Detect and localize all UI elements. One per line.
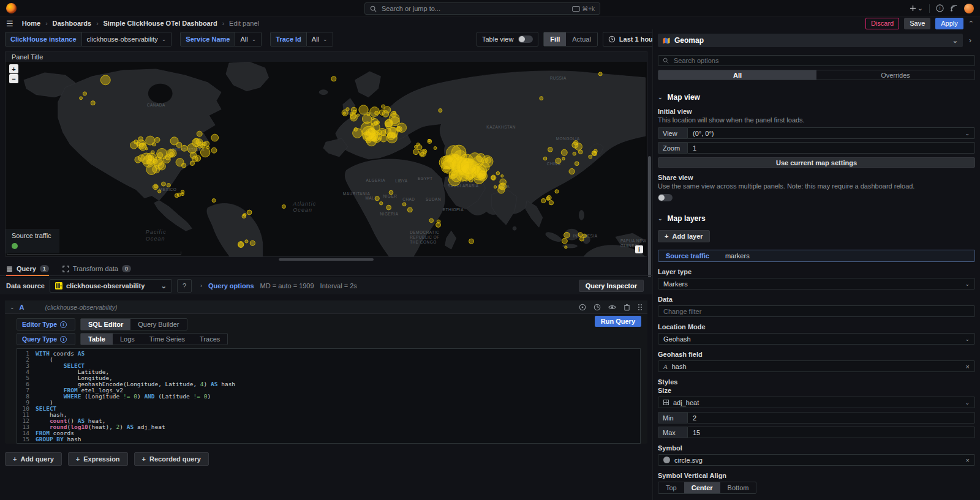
map-legend: Source traffic [6,229,59,253]
query-datasource-hint: (clickhouse-observability) [45,304,118,311]
max-key: Max [658,427,687,438]
section-map-view[interactable]: ⌄ Map view [658,93,975,102]
help-icon[interactable]: ! [936,4,944,12]
user-avatar[interactable] [964,4,974,13]
geomap-panel: Panel Title + − [5,51,647,257]
layer-type-select[interactable]: Markers⌄ [658,278,975,289]
query-options-toggle[interactable]: Query options [208,282,254,289]
symbol-select[interactable]: circle.svg× [658,454,975,466]
options-search[interactable] [658,55,975,66]
menu-icon[interactable]: ☰ [6,19,13,28]
fill-actual-segment: Fill Actual [543,32,597,47]
data-filter-select[interactable]: Change filter [658,305,975,317]
min-input[interactable]: 2 [687,412,975,424]
size-label: Size [658,387,975,394]
visualization-picker[interactable]: Geomap ⌄ [658,34,963,47]
query-type-table[interactable]: Table [81,334,113,345]
breadcrumb-item-home[interactable]: Home [22,20,41,27]
breadcrumb-separator: › [96,20,98,27]
symbol-valign-center[interactable]: Center [684,482,720,493]
query-inspector-button[interactable]: Query Inspector [579,280,644,292]
sql-line-11: 11 hash, [17,412,640,418]
collapse-toolbar-icon[interactable]: ⌃ [968,20,974,28]
sql-editor[interactable]: 1WITH coords AS2 (3 SELECT4 Latitude,5 L… [17,348,641,444]
share-view-toggle[interactable] [658,194,673,201]
view-key: View [658,127,687,139]
breadcrumb-item-dashboards[interactable]: Dashboards [53,20,92,27]
keyboard-shortcut-hint: ⌘+k [572,6,595,12]
global-search[interactable]: ⌘+k [364,2,600,15]
panel-title[interactable]: Panel Title [6,51,647,62]
delete-query-icon[interactable] [624,304,630,311]
panel-resize-handle[interactable] [279,258,374,261]
drag-handle-icon[interactable] [638,304,643,311]
clear-icon[interactable]: × [966,363,970,370]
map-zoom-in-button[interactable]: + [9,64,18,73]
geohash-field-select[interactable]: Ahash× [658,360,975,372]
section-map-layers[interactable]: ⌄ Map layers [658,214,975,223]
expression-button[interactable]: +Expression [68,452,128,466]
location-mode-select[interactable]: Geohash⌄ [658,333,975,345]
use-current-map-settings-button[interactable]: Use current map settings [658,157,975,168]
tab-transform-data[interactable]: Transform data 0 [62,265,131,275]
map-canvas[interactable]: + − [6,62,647,256]
max-input[interactable]: 15 [687,427,975,438]
discard-button[interactable]: Discard [865,18,899,29]
query-type-time-series[interactable]: Time Series [142,334,192,345]
apply-button[interactable]: Apply [935,18,963,29]
zoom-input[interactable]: 1 [687,142,975,154]
view-select[interactable]: (0°, 0°)⌄ [687,127,975,139]
symbol-valign-top[interactable]: Top [658,482,684,493]
query-type-logs[interactable]: Logs [113,334,142,345]
map-attribution-button[interactable]: i [635,245,643,253]
symbol-vertical-align-label: Symbol Vertical Align [658,472,975,479]
trace-id-select[interactable]: All⌄ [307,32,333,47]
tab-overrides[interactable]: Overrides [816,70,974,80]
min-key: Min [658,412,687,424]
svg-text:MALI: MALI [366,196,376,200]
field-grid-icon [663,400,669,405]
tab-all[interactable]: All [658,70,816,80]
editor-type-sql-editor[interactable]: SQL Editor [81,319,130,330]
fill-option[interactable]: Fill [544,32,566,46]
datasource-help-button[interactable]: ? [177,279,192,293]
query-help-icon[interactable] [579,304,586,311]
query-type-traces[interactable]: Traces [192,334,227,345]
grafana-logo-icon[interactable] [6,3,17,13]
map-zoom-out-button[interactable]: − [9,74,18,83]
actual-option[interactable]: Actual [566,32,597,46]
hide-query-icon[interactable] [608,304,616,311]
collapse-query-icon[interactable]: ⌄ [10,304,15,310]
run-query-button[interactable]: Run Query [595,316,641,327]
datasource-picker[interactable]: clickhouse-observability ⌄ [50,279,172,293]
svg-text:KAZAKHSTAN: KAZAKHSTAN [486,125,516,129]
news-icon[interactable] [950,4,958,12]
divider [929,4,930,13]
collapse-options-icon[interactable]: › [965,36,975,45]
breadcrumb-item-simple-clickhouse-otel-dashboard[interactable]: Simple ClickHouse OTel Dashboard [103,20,217,27]
chevron-down-icon: ⌄ [965,281,970,287]
add-layer-button[interactable]: +Add layer [658,230,710,242]
add-menu-button[interactable]: ⌄ [910,4,923,12]
chevron-down-icon: ⌄ [658,94,663,100]
global-search-input[interactable] [380,4,568,13]
sql-line-9: 9 ) [17,400,640,406]
query-history-icon[interactable] [594,304,601,311]
table-view-toggle[interactable] [518,35,533,43]
chevron-down-icon: ⌄ [658,215,663,222]
editor-type-query-builder[interactable]: Query Builder [130,319,186,330]
add-query-button[interactable]: +Add query [5,452,62,466]
options-search-input[interactable] [673,56,970,65]
svg-text:CANADA: CANADA [147,103,165,107]
recorded-query-button[interactable]: +Recorded query [134,452,209,466]
symbol-valign-bottom[interactable]: Bottom [720,482,756,493]
clickhouse-instance-select[interactable]: clickhouse-observability⌄ [82,32,172,47]
tab-query[interactable]: Query 1 [6,265,49,275]
query-row-header[interactable]: ⌄ A (clickhouse-observability) [5,300,647,314]
chevron-right-icon: › [200,283,202,289]
save-button[interactable]: Save [904,18,930,29]
clear-icon[interactable]: × [966,457,970,464]
size-field-select[interactable]: adj_heat⌄ [658,397,975,408]
service-name-select[interactable]: All⌄ [235,32,262,47]
layer-source-traffic[interactable]: Source traffic markers [658,250,975,262]
